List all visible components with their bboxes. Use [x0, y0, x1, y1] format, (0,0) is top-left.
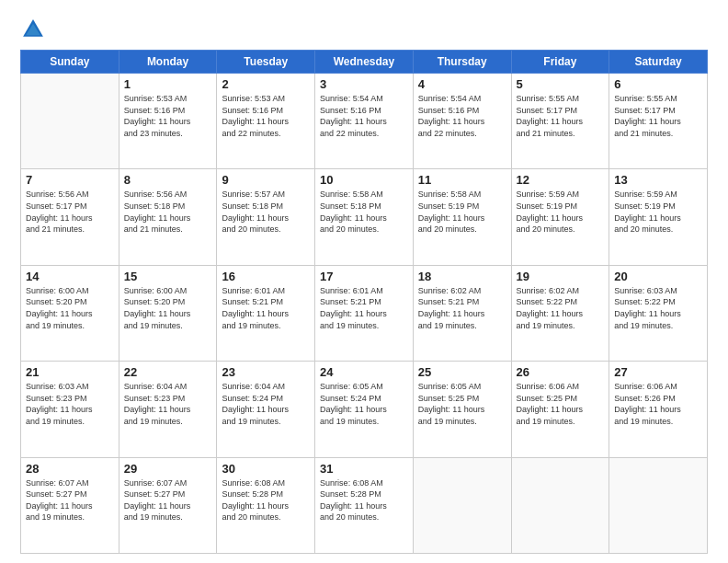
day-number: 26	[517, 365, 605, 379]
day-number: 4	[418, 77, 506, 91]
day-info: Sunrise: 6:07 AM Sunset: 5:27 PM Dayligh…	[124, 477, 212, 523]
calendar-cell: 30Sunrise: 6:08 AM Sunset: 5:28 PM Dayli…	[217, 457, 315, 553]
day-number: 20	[614, 270, 702, 283]
day-info: Sunrise: 5:56 AM Sunset: 5:17 PM Dayligh…	[26, 189, 114, 235]
day-info: Sunrise: 6:01 AM Sunset: 5:21 PM Dayligh…	[222, 285, 310, 331]
day-info: Sunrise: 6:08 AM Sunset: 5:28 PM Dayligh…	[222, 477, 310, 523]
calendar-cell: 1Sunrise: 5:53 AM Sunset: 5:16 PM Daylig…	[119, 74, 217, 169]
calendar-cell: 17Sunrise: 6:01 AM Sunset: 5:21 PM Dayli…	[315, 265, 414, 361]
page: SundayMondayTuesdayWednesdayThursdayFrid…	[0, 0, 728, 563]
day-info: Sunrise: 6:06 AM Sunset: 5:25 PM Dayligh…	[517, 381, 605, 427]
day-info: Sunrise: 6:04 AM Sunset: 5:24 PM Dayligh…	[222, 381, 310, 427]
day-number: 13	[614, 173, 702, 187]
calendar-cell: 24Sunrise: 6:05 AM Sunset: 5:24 PM Dayli…	[315, 362, 414, 457]
calendar-cell: 4Sunrise: 5:54 AM Sunset: 5:16 PM Daylig…	[413, 74, 511, 169]
day-header-saturday: Saturday	[609, 51, 708, 74]
day-number: 6	[614, 77, 702, 91]
day-info: Sunrise: 5:58 AM Sunset: 5:18 PM Dayligh…	[320, 189, 408, 235]
calendar-cell: 16Sunrise: 6:01 AM Sunset: 5:21 PM Dayli…	[217, 265, 315, 361]
calendar-cell	[511, 457, 609, 553]
calendar-cell: 13Sunrise: 5:59 AM Sunset: 5:19 PM Dayli…	[609, 169, 708, 265]
day-info: Sunrise: 6:05 AM Sunset: 5:25 PM Dayligh…	[418, 381, 506, 427]
day-info: Sunrise: 5:59 AM Sunset: 5:19 PM Dayligh…	[614, 189, 702, 235]
logo-icon	[20, 17, 46, 42]
day-info: Sunrise: 5:57 AM Sunset: 5:18 PM Dayligh…	[222, 189, 310, 235]
calendar-cell: 10Sunrise: 5:58 AM Sunset: 5:18 PM Dayli…	[315, 169, 414, 265]
calendar-cell	[413, 457, 511, 553]
day-number: 21	[26, 365, 114, 379]
calendar-cell: 20Sunrise: 6:03 AM Sunset: 5:22 PM Dayli…	[609, 265, 708, 361]
calendar-week-row: 1Sunrise: 5:53 AM Sunset: 5:16 PM Daylig…	[21, 74, 708, 169]
calendar-cell: 21Sunrise: 6:03 AM Sunset: 5:23 PM Dayli…	[21, 362, 119, 457]
day-info: Sunrise: 6:06 AM Sunset: 5:26 PM Dayligh…	[614, 381, 702, 427]
calendar-header-row: SundayMondayTuesdayWednesdayThursdayFrid…	[21, 51, 708, 74]
day-info: Sunrise: 5:54 AM Sunset: 5:16 PM Dayligh…	[418, 93, 506, 139]
calendar-cell: 18Sunrise: 6:02 AM Sunset: 5:21 PM Dayli…	[413, 265, 511, 361]
day-info: Sunrise: 5:59 AM Sunset: 5:19 PM Dayligh…	[517, 189, 605, 235]
calendar-cell: 7Sunrise: 5:56 AM Sunset: 5:17 PM Daylig…	[21, 169, 119, 265]
calendar-week-row: 21Sunrise: 6:03 AM Sunset: 5:23 PM Dayli…	[21, 362, 708, 457]
calendar-cell: 27Sunrise: 6:06 AM Sunset: 5:26 PM Dayli…	[609, 362, 708, 457]
calendar-cell: 29Sunrise: 6:07 AM Sunset: 5:27 PM Dayli…	[119, 457, 217, 553]
day-number: 15	[124, 270, 212, 283]
logo	[20, 17, 51, 42]
day-info: Sunrise: 5:55 AM Sunset: 5:17 PM Dayligh…	[614, 93, 702, 139]
day-info: Sunrise: 5:53 AM Sunset: 5:16 PM Dayligh…	[222, 93, 310, 139]
day-info: Sunrise: 6:01 AM Sunset: 5:21 PM Dayligh…	[320, 285, 408, 331]
calendar-cell: 25Sunrise: 6:05 AM Sunset: 5:25 PM Dayli…	[413, 362, 511, 457]
calendar-cell: 28Sunrise: 6:07 AM Sunset: 5:27 PM Dayli…	[21, 457, 119, 553]
calendar-cell: 19Sunrise: 6:02 AM Sunset: 5:22 PM Dayli…	[511, 265, 609, 361]
day-number: 29	[124, 462, 212, 476]
day-number: 1	[124, 77, 212, 91]
day-header-wednesday: Wednesday	[315, 51, 414, 74]
calendar-week-row: 14Sunrise: 6:00 AM Sunset: 5:20 PM Dayli…	[21, 265, 708, 361]
day-number: 31	[320, 462, 408, 476]
calendar-cell: 11Sunrise: 5:58 AM Sunset: 5:19 PM Dayli…	[413, 169, 511, 265]
day-info: Sunrise: 6:08 AM Sunset: 5:28 PM Dayligh…	[320, 477, 408, 523]
day-number: 14	[26, 270, 114, 283]
day-header-friday: Friday	[511, 51, 609, 74]
calendar-cell: 26Sunrise: 6:06 AM Sunset: 5:25 PM Dayli…	[511, 362, 609, 457]
day-number: 22	[124, 365, 212, 379]
calendar-cell: 23Sunrise: 6:04 AM Sunset: 5:24 PM Dayli…	[217, 362, 315, 457]
day-number: 28	[26, 462, 114, 476]
calendar-cell	[21, 74, 119, 169]
day-header-sunday: Sunday	[21, 51, 119, 74]
calendar-cell: 2Sunrise: 5:53 AM Sunset: 5:16 PM Daylig…	[217, 74, 315, 169]
day-info: Sunrise: 6:04 AM Sunset: 5:23 PM Dayligh…	[124, 381, 212, 427]
day-number: 27	[614, 365, 702, 379]
day-number: 23	[222, 365, 310, 379]
day-number: 8	[124, 173, 212, 187]
calendar-cell: 31Sunrise: 6:08 AM Sunset: 5:28 PM Dayli…	[315, 457, 414, 553]
day-number: 30	[222, 462, 310, 476]
day-info: Sunrise: 6:03 AM Sunset: 5:23 PM Dayligh…	[26, 381, 114, 427]
day-number: 2	[222, 77, 310, 91]
day-number: 5	[517, 77, 605, 91]
day-number: 3	[320, 77, 408, 91]
day-number: 10	[320, 173, 408, 187]
day-info: Sunrise: 5:56 AM Sunset: 5:18 PM Dayligh…	[124, 189, 212, 235]
day-info: Sunrise: 6:00 AM Sunset: 5:20 PM Dayligh…	[124, 285, 212, 331]
day-number: 16	[222, 270, 310, 283]
day-header-tuesday: Tuesday	[217, 51, 315, 74]
day-info: Sunrise: 6:00 AM Sunset: 5:20 PM Dayligh…	[26, 285, 114, 331]
calendar: SundayMondayTuesdayWednesdayThursdayFrid…	[20, 50, 708, 554]
day-number: 19	[517, 270, 605, 283]
calendar-cell	[609, 457, 708, 553]
day-info: Sunrise: 6:02 AM Sunset: 5:22 PM Dayligh…	[517, 285, 605, 331]
day-number: 24	[320, 365, 408, 379]
calendar-cell: 3Sunrise: 5:54 AM Sunset: 5:16 PM Daylig…	[315, 74, 414, 169]
calendar-cell: 22Sunrise: 6:04 AM Sunset: 5:23 PM Dayli…	[119, 362, 217, 457]
day-header-monday: Monday	[119, 51, 217, 74]
day-info: Sunrise: 6:02 AM Sunset: 5:21 PM Dayligh…	[418, 285, 506, 331]
calendar-cell: 9Sunrise: 5:57 AM Sunset: 5:18 PM Daylig…	[217, 169, 315, 265]
day-number: 17	[320, 270, 408, 283]
calendar-cell: 6Sunrise: 5:55 AM Sunset: 5:17 PM Daylig…	[609, 74, 708, 169]
calendar-cell: 5Sunrise: 5:55 AM Sunset: 5:17 PM Daylig…	[511, 74, 609, 169]
day-number: 18	[418, 270, 506, 283]
header	[20, 17, 708, 42]
calendar-cell: 12Sunrise: 5:59 AM Sunset: 5:19 PM Dayli…	[511, 169, 609, 265]
day-info: Sunrise: 6:03 AM Sunset: 5:22 PM Dayligh…	[614, 285, 702, 331]
day-number: 11	[418, 173, 506, 187]
day-number: 9	[222, 173, 310, 187]
